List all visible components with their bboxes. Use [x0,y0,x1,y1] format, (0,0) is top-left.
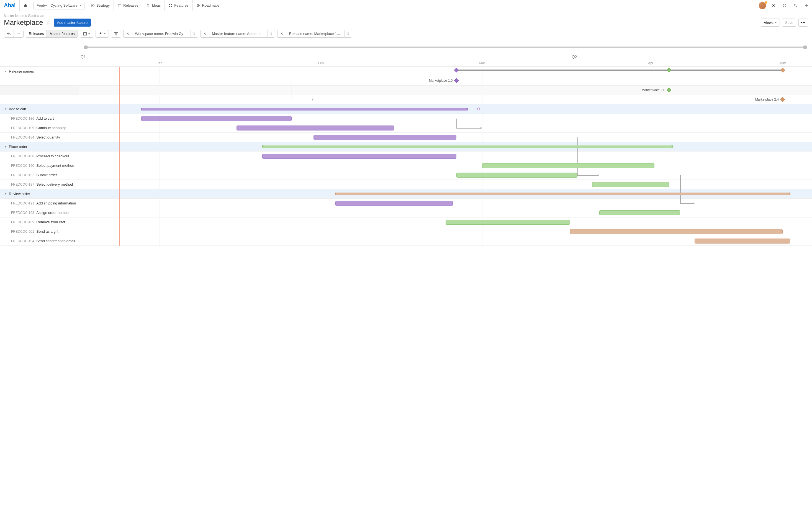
redo-icon [17,32,20,36]
task-bar[interactable] [262,154,456,159]
timeline-header: Q1Q2 JanFebMarAprMay [79,53,812,67]
task-bar[interactable] [141,116,292,121]
search-button[interactable] [790,0,801,11]
task-bar[interactable] [456,173,577,178]
task-bar[interactable] [313,135,456,140]
more-button[interactable]: ••• [799,18,808,26]
task-row[interactable]: FREDCOC-188 Proceed to checkout [0,152,79,161]
tab-releases[interactable]: Releases [26,30,47,38]
milestone-diamond[interactable] [780,68,785,72]
milestone-diamond[interactable] [780,97,785,102]
milestone-row [0,86,79,95]
today-line [119,67,120,246]
task-name: Submit order [36,173,57,177]
group-bar[interactable] [141,108,467,111]
task-row[interactable]: FREDCOC-192 Submit order [0,170,79,180]
favorite-star[interactable]: ☆ [46,19,51,26]
chevron-down-icon: ▾ [5,192,7,195]
calendar-zoom-button[interactable] [80,30,93,38]
task-row[interactable]: FREDCOC-189 Remove from cart [0,218,79,227]
tab-master-features[interactable]: Master features [47,30,77,38]
month-label: Apr [648,61,653,65]
chevron-down-icon: ▾ [5,145,7,149]
task-row[interactable]: FREDCOC-184 Select quantity [0,133,79,142]
milestone-diamond[interactable] [667,88,671,93]
task-bar-row [79,170,812,180]
remove-filter-icon[interactable]: ✕ [124,30,132,38]
task-row[interactable]: FREDCOC-201 Send as a gift [0,227,79,236]
avatar-button[interactable] [757,0,768,11]
task-bar[interactable] [335,201,453,206]
filter-button[interactable] [111,30,121,38]
task-row[interactable]: FREDCOC-187 Select delivery method [0,180,79,189]
nav-roadmaps[interactable]: Roadmaps [192,0,224,11]
quarter-label: Q2 [570,53,812,60]
nav-ideas[interactable]: Ideas [142,0,165,11]
group-bar[interactable] [262,146,673,148]
nav-releases[interactable]: Releases [114,0,142,11]
settings-dropdown[interactable] [96,30,109,38]
workspace-dropdown[interactable]: Fredwin Cycling Software [34,2,84,9]
svg-point-1 [92,5,93,6]
remove-filter-icon[interactable]: ✕ [277,30,286,38]
filter-workspace[interactable]: ✕ Workspace name: Fredwin Cycling Soft… … [123,30,198,38]
task-bar[interactable] [599,210,680,215]
nav-features[interactable]: Features [165,0,192,11]
remove-filter-icon[interactable]: ✕ [200,30,209,38]
add-master-feature-button[interactable]: Add master feature [54,18,91,26]
milestone-label: Marketplace 2.0 [641,88,665,92]
svg-text:?: ? [784,4,785,7]
breadcrumb: Master features Gantt chart [4,14,808,18]
view-tabs: Releases Master features [26,30,78,38]
group-bar[interactable] [335,192,790,195]
nav-strategy[interactable]: Strategy [87,0,114,11]
top-nav: Aha! Fredwin Cycling Software Strategy R… [0,0,812,11]
timeline-slider[interactable] [84,47,806,48]
task-bar-row [79,114,812,123]
redo-button[interactable] [14,30,23,38]
month-label: Feb [318,61,324,65]
task-code: FREDCOC-184 [11,135,34,139]
help-button[interactable]: ? [779,0,790,11]
task-bar[interactable] [237,125,394,130]
milestone-circle[interactable] [477,108,480,110]
gantt-chart: ▾ Release names ▾Add to cartFREDCOC-186 … [0,41,812,246]
views-button[interactable]: Views [761,18,779,26]
milestone-row [0,95,79,104]
task-bar[interactable] [482,163,654,168]
gear-icon [99,32,103,36]
home-button[interactable] [19,0,31,11]
task-bar[interactable] [695,238,790,243]
milestone-diamond[interactable] [454,78,459,83]
task-bar[interactable] [446,220,570,225]
group-row[interactable]: ▾Place order [0,142,79,152]
updown-icon[interactable]: ⇅ [191,30,198,37]
group-row[interactable]: ▾Review order [0,189,79,199]
task-row[interactable]: FREDCOC-186 Add to cart [0,114,79,123]
task-bar[interactable] [592,182,669,187]
task-code: FREDCOC-199 [11,126,34,130]
task-row[interactable]: FREDCOC-193 Assign order number [0,208,79,218]
filter-master-feature[interactable]: ✕ Master feature name: Add to cart, Revi… [200,30,275,38]
group-row[interactable]: ▾Add to cart [0,104,79,114]
milestone-diamond[interactable] [667,68,671,72]
task-bar[interactable] [570,229,783,234]
task-row[interactable]: FREDCOC-199 Continue shopping [0,123,79,133]
gantt-right-pane: Q1Q2 JanFebMarAprMay Marketplace 1.0Mark… [79,41,812,246]
updown-icon[interactable]: ⇅ [267,30,275,37]
milestone-row: Marketplace 1.0 [79,76,812,86]
release-names-header[interactable]: ▾ Release names [0,67,79,76]
group-bar-row [79,142,812,152]
undo-button[interactable] [4,30,14,38]
settings-button[interactable] [768,0,779,11]
task-row[interactable]: FREDCOC-190 Select payment method [0,161,79,170]
filter-release[interactable]: ✕ Release name: Marketplace 1.0, Market…… [277,30,352,38]
caret-down-icon [104,33,106,34]
milestone-diamond[interactable] [454,68,459,72]
task-row[interactable]: FREDCOC-191 Add shipping information [0,199,79,208]
logo[interactable]: Aha! [0,2,19,9]
save-button[interactable]: Save [782,18,797,26]
add-button[interactable] [801,0,812,11]
updown-icon[interactable]: ⇅ [345,30,352,37]
task-row[interactable]: FREDCOC-194 Send confirmation email [0,236,79,246]
